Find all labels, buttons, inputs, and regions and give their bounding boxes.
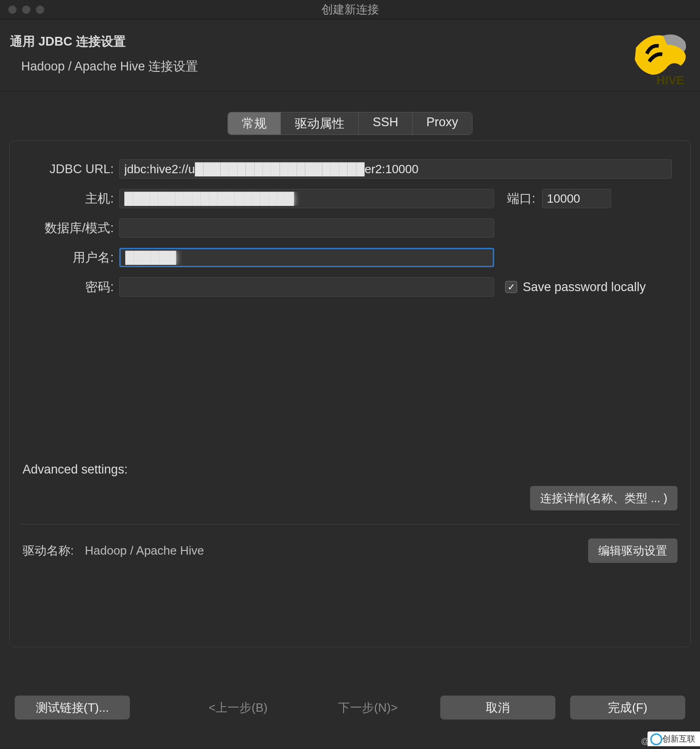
window-title: 创建新连接 [0,2,700,17]
tab-driver[interactable]: 驱动属性 [281,112,359,135]
test-connection-button[interactable]: 测试链接(T)... [15,696,130,720]
label-username: 用户名: [23,249,119,266]
save-password-checkbox[interactable]: ✓ [505,281,517,293]
label-database: 数据库/模式: [23,220,119,236]
tab-ssh[interactable]: SSH [359,112,413,135]
password-input[interactable] [119,277,494,297]
header-title: 通用 JDBC 连接设置 [10,33,690,50]
hive-logo-text: HIVE [656,73,684,87]
database-input[interactable] [119,218,494,238]
edit-driver-button[interactable]: 编辑驱动设置 [588,538,677,563]
host-input[interactable] [119,189,494,208]
label-jdbc-url: JDBC URL: [23,162,119,176]
connection-details-button[interactable]: 连接详情(名称、类型 ... ) [530,486,677,510]
driver-name-label: 驱动名称: [23,543,74,559]
finish-button[interactable]: 完成(F) [570,696,685,720]
port-input[interactable] [542,189,611,208]
tab-general[interactable]: 常规 [228,112,281,135]
footer: 测试链接(T)... <上一步(B) 下一步(N)> 取消 完成(F) [0,696,700,720]
settings-panel: JDBC URL: 主机: 端口: 数据库/模式: 用户名: 密码: ✓ Sav… [9,140,691,647]
jdbc-url-input[interactable] [119,159,672,179]
advanced-settings-label: Advanced settings: [23,462,677,477]
driver-name-value: Hadoop / Apache Hive [85,544,204,558]
hive-logo-icon: HIVE [630,27,690,87]
next-button: 下一步(N)> [310,696,426,720]
watermark: 创新互联 [648,731,700,746]
label-password: 密码: [23,279,119,295]
username-input[interactable] [119,248,494,267]
tab-strip: 常规 驱动属性 SSH Proxy [0,112,700,135]
save-password-label: Save password locally [523,280,646,294]
prev-button: <上一步(B) [181,696,296,720]
divider [21,524,679,525]
header: 通用 JDBC 连接设置 Hadoop / Apache Hive 连接设置 H… [0,19,700,92]
titlebar: 创建新连接 [0,0,700,19]
tab-proxy[interactable]: Proxy [413,112,472,135]
header-subtitle: Hadoop / Apache Hive 连接设置 [21,58,690,75]
label-host: 主机: [23,190,119,207]
cancel-button[interactable]: 取消 [440,696,555,720]
label-port: 端口: [507,190,536,207]
